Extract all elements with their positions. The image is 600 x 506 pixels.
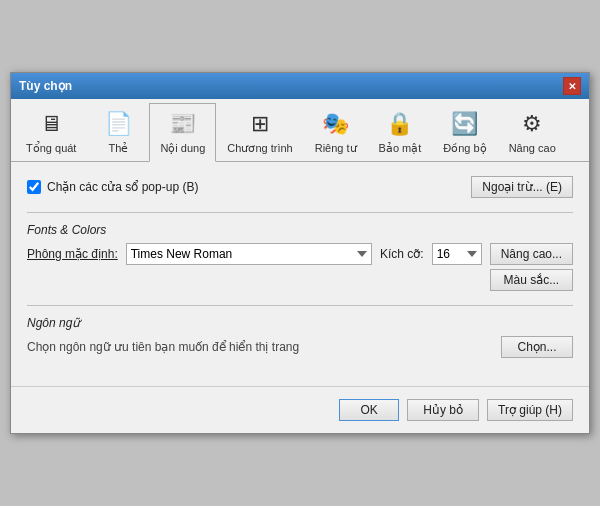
bottom-bar: OK Hủy bỏ Trợ giúp (H) xyxy=(11,386,589,433)
tab-tong-quat-label: Tổng quát xyxy=(26,142,76,155)
fonts-row-wrap: Phông mặc định: Times New Roman Kích cỡ:… xyxy=(27,243,482,265)
dong-bo-icon: 🔄 xyxy=(449,108,481,140)
tab-bar: 🖥 Tổng quát 📄 Thẻ 📰 Nội dung ⊞ Chương tr… xyxy=(11,99,589,162)
tab-chuong-trinh-label: Chương trình xyxy=(227,142,292,155)
mau-sac-button[interactable]: Màu sắc... xyxy=(490,269,573,291)
nang-cao-button[interactable]: Nâng cao... xyxy=(490,243,573,265)
tro-giup-button[interactable]: Trợ giúp (H) xyxy=(487,399,573,421)
popup-checkbox-label[interactable]: Chặn các cửa sổ pop-up (B) xyxy=(47,180,198,194)
font-label: Phông mặc định: xyxy=(27,247,118,261)
size-select[interactable]: 16 xyxy=(432,243,482,265)
popup-left: Chặn các cửa sổ pop-up (B) xyxy=(27,180,198,194)
tab-bao-mat-label: Bảo mật xyxy=(379,142,422,155)
chon-button[interactable]: Chọn... xyxy=(501,336,573,358)
the-icon: 📄 xyxy=(102,108,134,140)
tab-nang-cao-label: Nâng cao xyxy=(509,142,556,154)
tab-chuong-trinh[interactable]: ⊞ Chương trình xyxy=(216,103,303,161)
tab-dong-bo-label: Đồng bộ xyxy=(443,142,486,155)
ok-button[interactable]: OK xyxy=(339,399,399,421)
tab-noi-dung[interactable]: 📰 Nội dung xyxy=(149,103,216,162)
main-window: Tùy chọn ✕ 🖥 Tổng quát 📄 Thẻ 📰 Nội dung … xyxy=(10,72,590,434)
tab-noi-dung-label: Nội dung xyxy=(160,142,205,155)
bao-mat-icon: 🔒 xyxy=(384,108,416,140)
title-bar: Tùy chọn ✕ xyxy=(11,73,589,99)
tab-rieng-tu-label: Riêng tư xyxy=(315,142,357,155)
fonts-section-label: Fonts & Colors xyxy=(27,223,573,237)
window-title: Tùy chọn xyxy=(19,79,72,93)
fonts-main: Phông mặc định: Times New Roman Kích cỡ:… xyxy=(27,243,482,265)
tab-tong-quat[interactable]: 🖥 Tổng quát xyxy=(15,103,87,161)
fonts-right: Nâng cao... Màu sắc... xyxy=(490,243,573,291)
huy-bo-button[interactable]: Hủy bỏ xyxy=(407,399,479,421)
tab-dong-bo[interactable]: 🔄 Đồng bộ xyxy=(432,103,497,161)
divider-2 xyxy=(27,305,573,306)
close-button[interactable]: ✕ xyxy=(563,77,581,95)
font-select[interactable]: Times New Roman xyxy=(126,243,372,265)
tab-nang-cao[interactable]: ⚙ Nâng cao xyxy=(498,103,567,161)
fonts-colors-section: Fonts & Colors Phông mặc định: Times New… xyxy=(27,223,573,291)
ngon-ngu-description: Chọn ngôn ngữ ưu tiên bạn muốn để hiển t… xyxy=(27,340,299,354)
size-label: Kích cỡ: xyxy=(380,247,424,261)
chuong-trinh-icon: ⊞ xyxy=(244,108,276,140)
tong-quat-icon: 🖥 xyxy=(35,108,67,140)
font-label-text: Phông mặc định: xyxy=(27,247,118,261)
ngoai-tru-button[interactable]: Ngoại trừ... (E) xyxy=(471,176,573,198)
noi-dung-icon: 📰 xyxy=(167,108,199,140)
tab-bao-mat[interactable]: 🔒 Bảo mật xyxy=(368,103,433,161)
popup-row: Chặn các cửa sổ pop-up (B) Ngoại trừ... … xyxy=(27,176,573,198)
divider-1 xyxy=(27,212,573,213)
fonts-controls: Phông mặc định: Times New Roman Kích cỡ:… xyxy=(27,243,573,291)
ngon-ngu-label: Ngôn ngữ xyxy=(27,316,573,330)
rieng-tu-icon: 🎭 xyxy=(320,108,352,140)
nang-cao-icon: ⚙ xyxy=(516,108,548,140)
content-area: Chặn các cửa sổ pop-up (B) Ngoại trừ... … xyxy=(11,162,589,386)
tab-the[interactable]: 📄 Thẻ xyxy=(87,103,149,161)
tab-rieng-tu[interactable]: 🎭 Riêng tư xyxy=(304,103,368,161)
tab-the-label: Thẻ xyxy=(109,142,129,155)
popup-checkbox[interactable] xyxy=(27,180,41,194)
ngon-ngu-section: Ngôn ngữ Chọn ngôn ngữ ưu tiên bạn muốn … xyxy=(27,316,573,358)
ngon-ngu-row: Chọn ngôn ngữ ưu tiên bạn muốn để hiển t… xyxy=(27,336,573,358)
